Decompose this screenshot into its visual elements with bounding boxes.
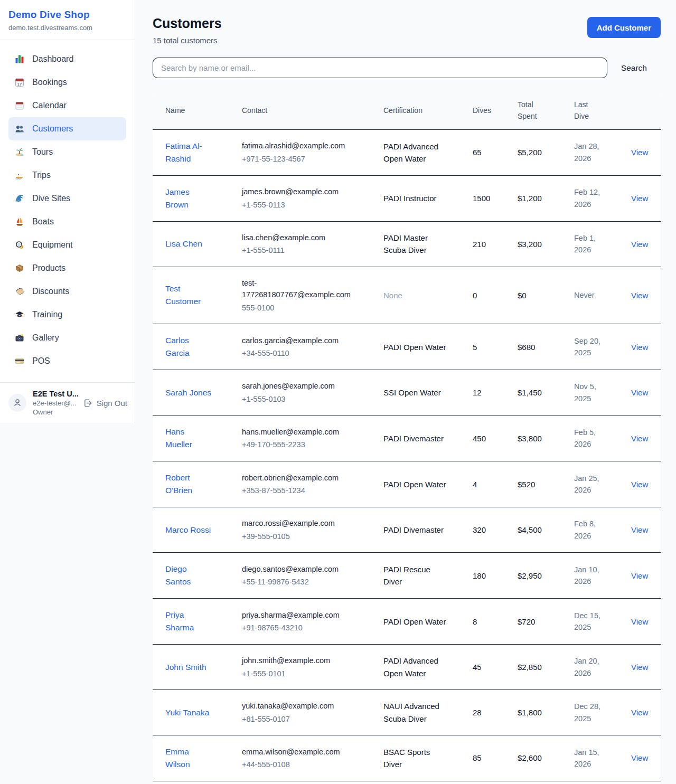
customers-table-card: NameContactCertificationDivesTotal Spent… bbox=[153, 92, 661, 784]
customer-name-link[interactable]: John Smith bbox=[165, 663, 206, 672]
customer-name-link[interactable]: Marco Rossi bbox=[165, 525, 211, 534]
search-row: Search bbox=[153, 58, 661, 78]
table-row: James Brown james.brown@example.com +1-5… bbox=[153, 175, 661, 221]
customer-phone: +91-98765-43210 bbox=[242, 622, 377, 634]
trips-icon bbox=[15, 171, 24, 180]
search-input[interactable] bbox=[153, 58, 607, 78]
customer-last-dive: Jan 10, 2026 bbox=[574, 553, 631, 599]
column-header bbox=[631, 92, 661, 129]
training-icon bbox=[15, 310, 24, 319]
customer-name-link[interactable]: Robert O'Brien bbox=[165, 473, 192, 495]
view-link[interactable]: View bbox=[631, 663, 648, 672]
sidebar: Demo Dive Shop demo.test.divestreams.com… bbox=[0, 0, 135, 423]
view-link[interactable]: View bbox=[631, 753, 648, 762]
view-link[interactable]: View bbox=[631, 291, 648, 300]
sidebar-item-customers[interactable]: Customers bbox=[8, 117, 126, 140]
add-customer-button[interactable]: Add Customer bbox=[587, 17, 661, 38]
sidebar-item-tours[interactable]: Tours bbox=[8, 140, 126, 164]
customer-dives: 180 bbox=[473, 553, 518, 599]
view-link[interactable]: View bbox=[631, 480, 648, 489]
customer-name-link[interactable]: Hans Mueller bbox=[165, 427, 192, 449]
sidebar-item-gallery[interactable]: Gallery bbox=[8, 326, 126, 350]
customer-phone: +44-555-0108 bbox=[242, 759, 377, 770]
sidebar-item-dashboard[interactable]: Dashboard bbox=[8, 48, 126, 71]
view-link[interactable]: View bbox=[631, 525, 648, 534]
customer-name-link[interactable]: Test Customer bbox=[165, 284, 201, 306]
customer-name-link[interactable]: Lisa Chen bbox=[165, 239, 202, 248]
view-link[interactable]: View bbox=[631, 571, 648, 580]
customer-dives: 12 bbox=[473, 370, 518, 415]
view-link[interactable]: View bbox=[631, 343, 648, 352]
table-row: Priya Sharma priya.sharma@example.com +9… bbox=[153, 599, 661, 645]
customer-phone: +39-555-0105 bbox=[242, 531, 377, 542]
table-header-row: NameContactCertificationDivesTotal Spent… bbox=[153, 92, 661, 129]
gallery-icon bbox=[15, 333, 24, 343]
customer-name-link[interactable]: Carlos Garcia bbox=[165, 336, 190, 357]
customer-email: john.smith@example.com bbox=[242, 655, 377, 666]
equipment-icon bbox=[15, 240, 24, 250]
customer-certification: PADI Open Water bbox=[383, 461, 473, 507]
sidebar-item-pos[interactable]: POS bbox=[8, 350, 126, 373]
customer-dives: 95 bbox=[473, 781, 518, 784]
customer-email: yuki.tanaka@example.com bbox=[242, 700, 377, 712]
sidebar-item-products[interactable]: Products bbox=[8, 257, 126, 280]
customer-count: 15 total customers bbox=[153, 36, 222, 45]
user-name: E2E Test U... bbox=[33, 390, 77, 398]
sidebar-item-boats[interactable]: Boats bbox=[8, 210, 126, 233]
customer-last-dive: Dec 15, 2025 bbox=[574, 599, 631, 645]
view-link[interactable]: View bbox=[631, 708, 648, 717]
customer-total-spent: $1,450 bbox=[518, 370, 574, 415]
customer-dives: 0 bbox=[473, 267, 518, 324]
sidebar-item-equipment[interactable]: Equipment bbox=[8, 233, 126, 257]
calendar-icon bbox=[15, 101, 24, 110]
sidebar-item-calendar[interactable]: Calendar bbox=[8, 94, 126, 117]
customer-name-link[interactable]: James Brown bbox=[165, 187, 190, 209]
view-link[interactable]: View bbox=[631, 617, 648, 626]
customer-email: emma.wilson@example.com bbox=[242, 746, 377, 758]
search-button[interactable]: Search bbox=[607, 63, 661, 73]
view-link[interactable]: View bbox=[631, 148, 648, 157]
sidebar-item-dive-sites[interactable]: Dive Sites bbox=[8, 187, 126, 210]
customer-phone: +971-55-123-4567 bbox=[242, 153, 377, 165]
customer-name-link[interactable]: Fatima Al- Rashid bbox=[165, 141, 202, 163]
customer-name-link[interactable]: Priya Sharma bbox=[165, 610, 194, 632]
sidebar-item-discounts[interactable]: Discounts bbox=[8, 280, 126, 303]
customer-dives: 210 bbox=[473, 221, 518, 267]
customer-name-link[interactable]: Diego Santos bbox=[165, 564, 191, 586]
table-row: Test Customer test- 1772681807767@exampl… bbox=[153, 267, 661, 324]
view-link[interactable]: View bbox=[631, 194, 648, 203]
customer-name-link[interactable]: Yuki Tanaka bbox=[165, 708, 209, 717]
customer-last-dive: Nov 5, 2025 bbox=[574, 370, 631, 415]
customer-certification: PADI Open Water bbox=[383, 324, 473, 370]
sign-out-label: Sign Out bbox=[97, 399, 127, 408]
customer-phone: 555-0100 bbox=[242, 302, 377, 314]
customer-name-link[interactable]: Sarah Jones bbox=[165, 388, 211, 397]
customer-certification: PADI Advanced Open Water bbox=[383, 645, 473, 690]
sidebar-item-bookings[interactable]: 17 Bookings bbox=[8, 71, 126, 94]
customer-certification: PADI Rescue Diver bbox=[383, 553, 473, 599]
customer-dives: 320 bbox=[473, 507, 518, 553]
column-header: Certification bbox=[383, 92, 473, 129]
customer-certification: BSAC Sports Diver bbox=[383, 735, 473, 781]
customer-last-dive: Jan 28, 2026 bbox=[574, 129, 631, 175]
customer-certification: PADI Divemaster bbox=[383, 507, 473, 553]
customer-dives: 85 bbox=[473, 735, 518, 781]
customer-certification: None bbox=[383, 267, 473, 324]
sign-out-button[interactable]: Sign Out bbox=[83, 399, 127, 408]
user-meta: E2E Test U... e2e-tester@... Owner bbox=[33, 390, 77, 416]
sidebar-item-training[interactable]: Training bbox=[8, 303, 126, 326]
table-row: Diego Santos diego.santos@example.com +5… bbox=[153, 553, 661, 599]
view-link[interactable]: View bbox=[631, 240, 648, 249]
sidebar-item-trips[interactable]: Trips bbox=[8, 164, 126, 187]
view-link[interactable]: View bbox=[631, 434, 648, 443]
table-row: Marco Rossi marco.rossi@example.com +39-… bbox=[153, 507, 661, 553]
column-header: Contact bbox=[242, 92, 383, 129]
customer-dives: 8 bbox=[473, 599, 518, 645]
table-row: Hans Mueller hans.mueller@example.com +4… bbox=[153, 415, 661, 461]
view-link[interactable]: View bbox=[631, 388, 648, 397]
column-header: Name bbox=[153, 92, 242, 129]
customer-dives: 1500 bbox=[473, 175, 518, 221]
customer-name-link[interactable]: Emma Wilson bbox=[165, 747, 190, 769]
customer-certification: PADI Advanced Open Water bbox=[383, 129, 473, 175]
customer-last-dive: Feb 5, 2026 bbox=[574, 415, 631, 461]
